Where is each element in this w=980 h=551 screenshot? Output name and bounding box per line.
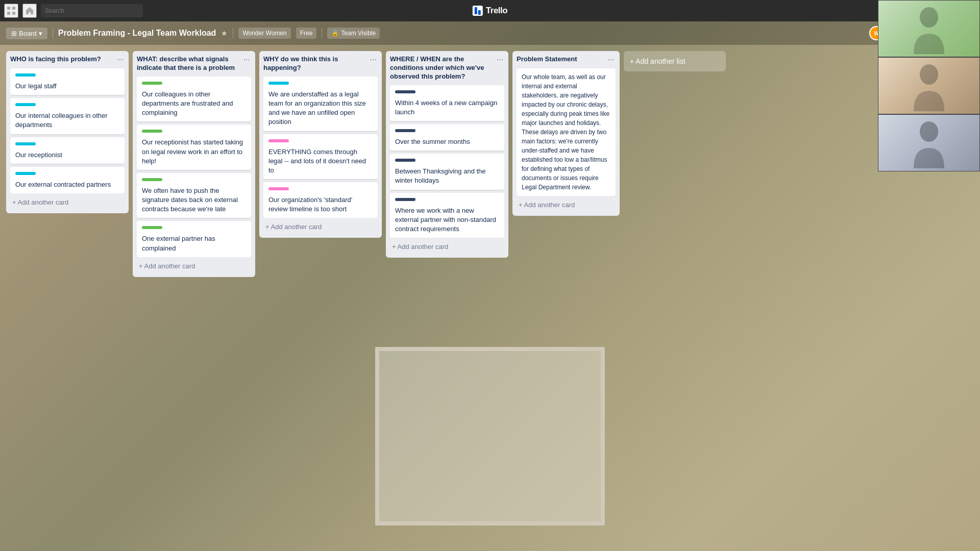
visibility-tag[interactable]: 🔒 Team Visible [327, 28, 380, 39]
video-bg-1 [878, 1, 979, 57]
card-text: Our organization's 'standard' review tim… [268, 195, 373, 214]
video-panel [878, 0, 980, 171]
add-card-button-statement[interactable]: + Add another card [517, 198, 616, 212]
card[interactable]: Where we work with a new external partne… [390, 193, 504, 238]
column-what-cards: Our colleagues in other departments are … [137, 77, 251, 257]
column-why: WHY do we think this is happening? ··· W… [259, 51, 382, 238]
card-text: Over the summer months [395, 137, 499, 146]
column-what-menu-button[interactable]: ··· [242, 55, 251, 64]
card-text: We are understaffed as a legal team for … [268, 90, 373, 127]
trello-logo: Trello [473, 6, 507, 16]
card-label [395, 90, 415, 93]
workspace-tag: Wonder Women [238, 28, 290, 39]
column-why-header: WHY do we think this is happening? ··· [263, 55, 378, 72]
card-label [15, 73, 36, 77]
card-text: One external partner has complained [142, 234, 246, 253]
column-where-cards: Within 4 weeks of a new campaign launch … [390, 85, 504, 238]
column-statement: Problem Statement ··· Our whole team, as… [512, 51, 620, 216]
card[interactable]: Our receptionist ≡ [10, 137, 125, 164]
column-where-menu-button[interactable]: ··· [496, 55, 504, 64]
card-text: Our colleagues in other departments are … [142, 90, 246, 118]
board-title: Problem Framing - Legal Team Workload [58, 29, 216, 38]
board-canvas: WHO is facing this problem? ··· Our lega… [0, 45, 980, 551]
trello-icon [473, 6, 483, 16]
card[interactable]: Within 4 weeks of a new campaign launch … [390, 85, 504, 121]
card[interactable]: Our organization's 'standard' review tim… [263, 182, 378, 218]
card-text: We often have to push the signature date… [142, 186, 246, 214]
column-who: WHO is facing this problem? ··· Our lega… [6, 51, 129, 213]
column-statement-menu-button[interactable]: ··· [607, 55, 616, 64]
card-label [268, 139, 289, 142]
trello-wordmark: Trello [486, 6, 507, 16]
chevron-down-icon: ▾ [39, 30, 42, 37]
board-star-icon[interactable]: ★ [221, 29, 228, 37]
card-label [395, 159, 415, 162]
problem-statement-text: Our whole team, as well as our internal … [522, 72, 610, 192]
topbar: Trello [0, 0, 980, 21]
card-text: Our receptionist has started taking on l… [142, 138, 246, 166]
card-text: EVERYTHING comes through legal -- and lo… [268, 147, 373, 176]
svg-rect-2 [7, 12, 10, 15]
video-bg-3 [878, 115, 979, 171]
add-card-button-who[interactable]: + Add another card [10, 195, 125, 209]
board-button[interactable]: ⊞ Board ▾ [6, 28, 47, 39]
header-separator-3 [322, 28, 322, 38]
card-label [395, 198, 415, 201]
card-text: Where we work with a new external partne… [395, 206, 499, 234]
card-label [15, 103, 36, 106]
card[interactable]: EVERYTHING comes through legal -- and lo… [263, 134, 378, 180]
apps-icon[interactable] [4, 4, 18, 18]
board-label: Board [19, 30, 37, 37]
add-card-button-why[interactable]: + Add another card [263, 220, 378, 234]
visibility-label: Team Visible [341, 30, 376, 37]
column-statement-cards: Our whole team, as well as our internal … [517, 68, 616, 196]
card-label [268, 187, 289, 190]
column-statement-title: Problem Statement [517, 55, 607, 64]
card[interactable]: Our internal colleagues in other departm… [10, 98, 125, 134]
card[interactable]: Between Thanksgiving and the winter holi… [390, 154, 504, 189]
card[interactable]: Our legal staff ≡ [10, 68, 125, 95]
svg-point-6 [920, 121, 938, 142]
add-card-button-where[interactable]: + Add another card [390, 240, 504, 254]
card-text: Our receptionist [15, 151, 119, 160]
card-label [395, 129, 415, 132]
card-text: Our legal staff [15, 82, 119, 91]
add-list-button[interactable]: + Add another list [624, 51, 726, 71]
column-where: WHERE / WHEN are the conditions under wh… [386, 51, 508, 258]
free-tag: Free [296, 28, 317, 39]
card[interactable]: Our receptionist has started taking on l… [137, 124, 251, 170]
column-what-title: WHAT: describe what signals indicate tha… [137, 55, 242, 72]
video-tile-3 [878, 114, 980, 171]
card[interactable]: One external partner has complained ≡ [137, 221, 251, 257]
add-card-button-what[interactable]: + Add another card [137, 259, 251, 273]
problem-statement-card[interactable]: Our whole team, as well as our internal … [517, 68, 616, 196]
card[interactable]: Our colleagues in other departments are … [137, 77, 251, 122]
column-what-header: WHAT: describe what signals indicate tha… [137, 55, 251, 72]
card[interactable]: We often have to push the signature date… [137, 173, 251, 218]
svg-rect-3 [12, 12, 15, 15]
card-label [268, 82, 289, 85]
svg-rect-1 [12, 7, 15, 10]
svg-point-4 [920, 7, 938, 28]
card-label [15, 142, 36, 145]
board-grid-icon: ⊞ [11, 30, 17, 37]
column-who-menu-button[interactable]: ··· [116, 55, 125, 64]
card-label [142, 82, 162, 85]
column-why-menu-button[interactable]: ··· [369, 55, 378, 64]
svg-rect-0 [7, 7, 10, 10]
lock-icon: 🔒 [331, 30, 339, 37]
card[interactable]: Over the summer months ≡ [390, 124, 504, 151]
card[interactable]: Our external contracted partners ≡ [10, 167, 125, 193]
video-tile-2 [878, 57, 980, 114]
card[interactable]: We are understaffed as a legal team for … [263, 77, 378, 131]
column-who-header: WHO is facing this problem? ··· [10, 55, 125, 64]
column-why-cards: We are understaffed as a legal team for … [263, 77, 378, 218]
card-label [15, 172, 36, 175]
home-icon[interactable] [22, 4, 37, 18]
card-text: Within 4 weeks of a new campaign launch [395, 98, 499, 117]
card-text: Our internal colleagues in other departm… [15, 111, 119, 130]
video-tile-1 [878, 0, 980, 57]
column-who-cards: Our legal staff ≡ Our internal colleague… [10, 68, 125, 193]
column-what: WHAT: describe what signals indicate tha… [133, 51, 255, 277]
search-input[interactable] [41, 4, 143, 17]
